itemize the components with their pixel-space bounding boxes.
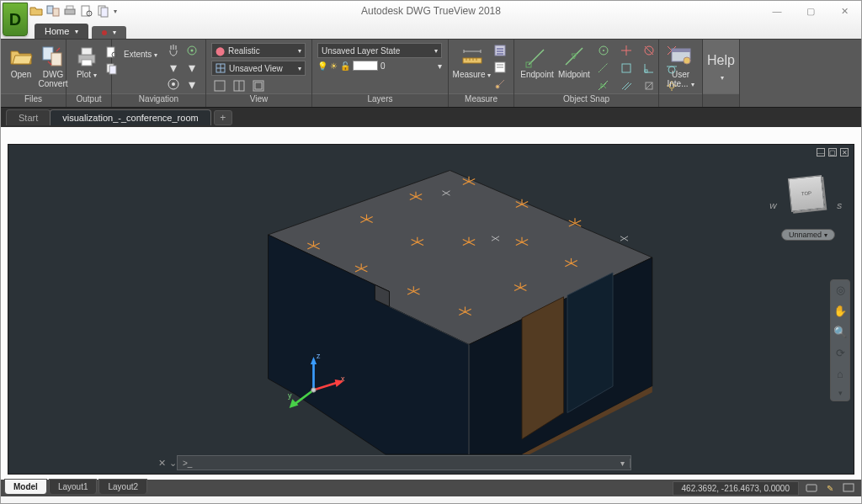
snap-none-button[interactable] [639,78,659,93]
snap-insertion-button[interactable] [616,61,636,76]
layout2-tab[interactable]: Layout2 [98,479,147,494]
svg-line-85 [410,194,422,199]
svg-line-131 [314,382,338,390]
tab-start[interactable]: Start [6,109,51,125]
nav-zoom-icon[interactable]: 🔍 [833,326,847,338]
layer-state-dropdown[interactable]: Unsaved Layer State▾ [317,43,442,58]
orbit-button[interactable] [184,43,200,58]
ribbon-tabs: Home▾ ▾ [1,21,861,40]
svg-line-133 [295,390,314,403]
vp-minimize-icon[interactable]: — [817,148,825,157]
qat-customize-caret[interactable]: ▾ [114,8,122,15]
view-cube-label[interactable]: Unnamed▾ [781,229,835,241]
cmd-caret-icon[interactable]: ▾ [615,459,631,468]
current-layer-name: 0 [380,61,386,71]
list-button[interactable] [492,60,508,75]
open-button[interactable]: Open [6,43,36,81]
visual-style-dropdown[interactable]: ⬤Realistic▾ [211,43,306,58]
nav-orbit-icon[interactable]: ⟳ [836,347,845,359]
snap-extension-button[interactable] [593,61,614,76]
view-cube-face[interactable]: TOP [788,175,825,212]
vp-close-icon[interactable]: ✕ [840,148,849,157]
maximize-button[interactable]: ▢ [794,2,827,20]
nav-showmotion-icon[interactable]: ⌂ [837,368,843,380]
steering-wheel-button[interactable] [165,77,182,92]
fly-button[interactable]: ▾ [184,60,200,75]
id-point-button[interactable] [492,77,508,92]
svg-line-125 [443,190,450,194]
svg-rect-32 [463,58,482,63]
tab-current-file[interactable]: visualization_-_conference_room [50,109,210,125]
nav-wheel-icon[interactable]: ◎ [836,284,845,296]
cmd-close-icon[interactable]: ✕ ⌄ [158,455,177,470]
snap-nearest-button[interactable] [593,78,614,93]
measure-button[interactable]: Measure▾ [454,43,490,82]
endpoint-button[interactable]: Endpoint [519,43,555,81]
viewport-single-button[interactable] [211,78,228,93]
close-button[interactable]: ✕ [827,2,861,20]
status-tray-icon[interactable] [804,481,819,495]
view-cube[interactable]: TOP W S [778,170,837,229]
minimize-button[interactable]: — [760,2,794,20]
dwg-convert-button[interactable]: DWG Convert [38,43,68,90]
snap-perpendicular-button[interactable] [639,61,659,76]
panel-help: Help▾ [703,40,740,107]
layout-model-tab[interactable]: Model [4,479,47,494]
panel-ui: User Inte...▾ [659,40,703,107]
user-interface-button[interactable]: User Inte...▾ [664,43,697,91]
vp-maximize-icon[interactable]: ▢ [828,148,837,157]
svg-rect-11 [82,48,92,55]
new-tab-button[interactable]: + [214,110,232,125]
qat-plot-icon[interactable] [63,4,77,18]
app-logo[interactable]: D [3,3,28,36]
svg-marker-74 [469,257,652,454]
help-button[interactable]: Help▾ [707,53,735,83]
tab-camera[interactable]: ▾ [92,26,126,39]
svg-line-127 [620,236,628,240]
annotation-scale-icon[interactable]: ✎ [822,481,838,495]
snap-quadrant-button[interactable] [639,43,659,58]
window-border-bottom [1,496,861,503]
ui-icon [669,45,693,68]
nav-collapse-icon[interactable]: ▾ [838,389,843,397]
saved-view-dropdown[interactable]: Unsaved View▾ [211,61,306,76]
layer-color-swatch[interactable] [353,61,378,71]
qat-convert-icon[interactable] [46,4,60,18]
navigation-bar[interactable]: ◎ ✋ 🔍 ⟳ ⌂ ▾ [830,279,850,401]
svg-rect-12 [82,60,92,66]
svg-rect-1 [53,8,59,16]
viewport[interactable]: — ▢ ✕ TOP W S Unnamed▾ ◎ ✋ 🔍 ⟳ ⌂ ▾ [8,144,854,475]
qat-open-icon[interactable] [29,4,43,18]
panel-files: Open DWG Convert Files [1,40,67,107]
snap-center-button[interactable] [593,43,614,58]
svg-line-102 [514,284,526,290]
svg-marker-134 [290,399,299,408]
walk-button[interactable]: ▾ [165,60,182,75]
pan-button[interactable] [165,43,182,58]
midpoint-button[interactable]: Midpoint [556,43,592,81]
svg-point-21 [191,50,194,52]
quick-calc-button[interactable] [492,43,508,58]
status-bar: Model Layout1 Layout2 462.3692, -216.467… [1,480,861,496]
qat-preview-icon[interactable] [80,4,93,18]
svg-line-100 [459,309,471,315]
qat-sheet-icon[interactable] [97,4,110,18]
command-prompt[interactable]: >_ [178,459,615,468]
model-3d: x y z [178,151,684,454]
svg-marker-77 [522,386,652,454]
layout1-tab[interactable]: Layout1 [49,479,98,494]
show-motion-button[interactable]: ▾ [184,77,200,92]
nav-pan-icon[interactable]: ✋ [833,305,847,317]
snap-parallel-button[interactable] [616,78,636,93]
zoom-extents-button[interactable]: Extents▾ [117,43,160,66]
title-bar: D ▾ Autodesk DWG TrueView 2018 — ▢ ✕ [1,1,861,21]
command-line[interactable]: >_ ▾ [177,455,631,470]
viewport-join-button[interactable] [250,78,267,93]
plot-button[interactable]: Plot▾ [72,43,102,82]
svg-line-49 [566,48,583,65]
viewport-two-button[interactable] [231,78,247,93]
panel-ui-label [659,93,702,107]
tab-home[interactable]: Home▾ [35,24,88,39]
snap-node-button[interactable] [616,43,636,58]
clean-screen-icon[interactable] [841,481,856,495]
